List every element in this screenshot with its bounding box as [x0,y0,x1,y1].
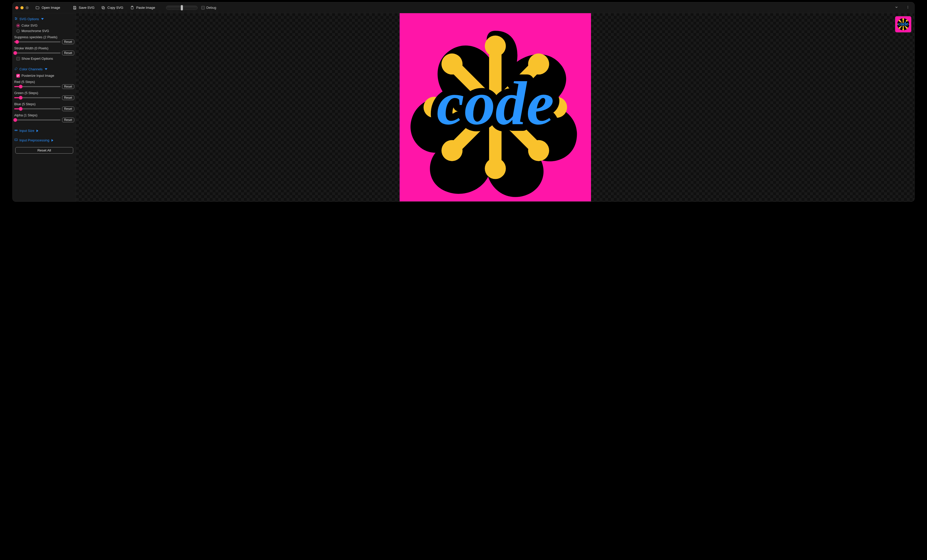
expert-options-checkbox[interactable]: Show Expert Options [14,56,74,61]
window-traffic-lights [15,6,29,9]
debug-checkbox[interactable]: Debug [201,6,216,9]
window-close-button[interactable] [15,6,18,9]
svg-text:code: code [898,21,908,27]
zoom-slider-thumb[interactable] [181,5,183,11]
svg-point-5 [907,6,908,6]
open-image-button[interactable]: Open Image [34,5,62,11]
svg-point-6 [907,7,908,8]
svg-rect-0 [74,8,75,9]
checkbox-box-icon [16,74,20,77]
canvas-area[interactable]: code code [76,13,914,202]
stroke-slider[interactable] [14,51,61,55]
zoom-slider[interactable] [166,6,198,10]
triangle-right-icon [52,139,53,142]
speckles-reset-button[interactable]: Reset [62,39,74,44]
toolbar: Open Image Save SVG Copy SVG Paste I [13,2,914,13]
app-window: Open Image Save SVG Copy SVG Paste I [12,2,915,202]
checkbox-box-icon [201,6,205,9]
svg-rect-1 [103,7,105,9]
save-icon [73,6,77,10]
section-color-channels[interactable]: Color Channels [14,66,74,73]
radio-monochrome-svg[interactable]: Monochrome SVG [14,28,74,33]
clipboard-icon [130,6,134,10]
radio-color-svg-label: Color SVG [21,24,38,27]
open-image-label: Open Image [42,6,60,9]
image-icon [14,138,18,143]
alpha-label: Alpha (1 Steps) [14,112,74,117]
section-color-channels-title: Color Channels [20,67,43,71]
svg-text:code: code [436,69,554,138]
brush-icon [14,67,18,71]
save-svg-button[interactable]: Save SVG [71,5,96,11]
speckles-label: Suppress speckles (2 Pixels) [14,33,74,39]
radio-icon [16,24,20,27]
kebab-icon [906,5,910,9]
blue-label: Blue (5 Steps) [14,100,74,106]
section-input-preprocessing[interactable]: Input Preprocessing [14,137,74,144]
section-input-size-title: Input Size [20,129,34,133]
expand-menu-button[interactable] [893,5,900,11]
section-input-size[interactable]: Input Size [14,127,74,134]
window-minimize-button[interactable] [20,6,24,9]
stroke-reset-button[interactable]: Reset [62,51,74,55]
paste-image-button[interactable]: Paste Image [129,5,157,11]
svg-point-7 [907,8,908,9]
red-slider[interactable] [14,85,61,89]
debug-label: Debug [207,6,216,9]
sidebar: SVG Options Color SVG Monochrome SVG Sup… [13,13,76,202]
posterize-checkbox[interactable]: Posterize Input Image [14,73,74,78]
window-zoom-button[interactable] [26,6,29,9]
red-reset-button[interactable]: Reset [62,84,74,89]
save-svg-label: Save SVG [79,6,95,9]
copy-svg-button[interactable]: Copy SVG [100,5,125,11]
chevron-down-icon [895,5,898,9]
blue-slider[interactable] [14,107,61,111]
triangle-right-icon [36,129,38,132]
reset-all-button[interactable]: Reset All [15,147,73,153]
section-input-preprocessing-title: Input Preprocessing [20,138,49,142]
green-reset-button[interactable]: Reset [62,96,74,100]
section-svg-options[interactable]: SVG Options [14,16,74,23]
minimap-thumbnail[interactable]: code code [895,16,911,32]
section-svg-options-title: SVG Options [20,17,39,21]
triangle-down-icon [45,68,47,70]
posterize-label: Posterize Input Image [21,74,54,77]
copy-icon [101,6,105,10]
stroke-label: Stroke Width (0 Pixels) [14,45,74,50]
expert-options-label: Show Expert Options [21,57,53,61]
triangle-down-icon [41,18,44,20]
radio-monochrome-svg-label: Monochrome SVG [21,29,49,33]
svg-rect-12 [15,138,18,141]
svg-point-22 [903,18,904,20]
radio-color-svg[interactable]: Color SVG [14,23,74,28]
radio-icon [16,29,20,33]
alpha-slider[interactable] [14,118,61,122]
svg-rect-2 [102,6,104,8]
green-label: Green (5 Steps) [14,90,74,95]
svg-preview: code code [400,13,591,202]
artwork-svg: code code [400,13,591,202]
ruler-icon [14,129,18,133]
more-menu-button[interactable] [904,5,912,11]
checkbox-box-icon [16,57,20,61]
blue-reset-button[interactable]: Reset [62,106,74,111]
red-label: Red (5 Steps) [14,78,74,84]
folder-icon [35,6,40,10]
alpha-reset-button[interactable]: Reset [62,118,74,122]
speckles-slider[interactable] [14,40,61,44]
sliders-icon [14,17,18,21]
copy-svg-label: Copy SVG [107,6,123,9]
green-slider[interactable] [14,96,61,100]
paste-image-label: Paste Image [136,6,155,9]
svg-point-15 [485,36,506,57]
